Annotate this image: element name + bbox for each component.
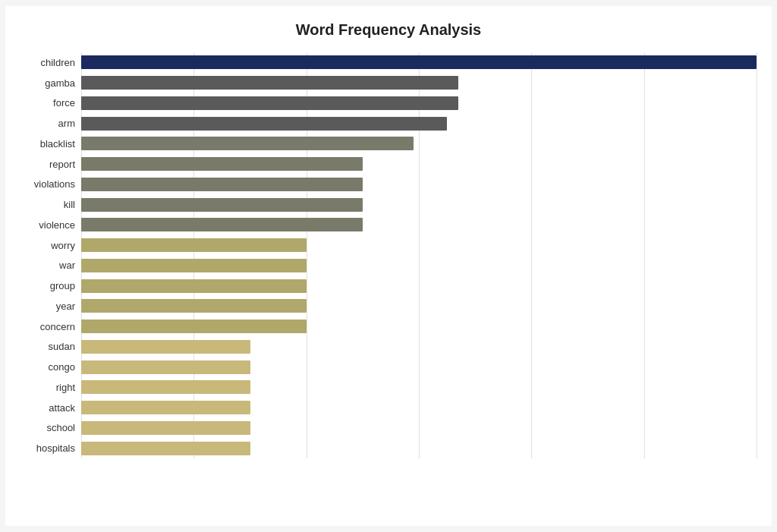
bar <box>81 238 307 252</box>
y-labels: childrengambaforcearmblacklistreportviol… <box>20 52 81 458</box>
bar-row <box>81 278 757 294</box>
bar <box>81 218 363 231</box>
bar-row <box>81 338 757 355</box>
bar <box>81 259 307 272</box>
bar-row <box>81 74 757 91</box>
bar-row <box>81 115 757 132</box>
bars-and-grid <box>81 52 757 458</box>
y-label: attack <box>20 403 75 413</box>
bar <box>81 96 458 110</box>
bar-row <box>81 176 757 193</box>
bar-row <box>81 257 757 274</box>
y-label: group <box>20 281 75 291</box>
bar <box>81 340 250 354</box>
y-label: violations <box>20 179 75 189</box>
bar-row <box>81 135 757 152</box>
bar-row <box>81 237 757 253</box>
y-label: congo <box>20 362 75 372</box>
y-label: right <box>20 382 75 392</box>
y-label: blacklist <box>20 139 75 149</box>
bar <box>81 55 757 69</box>
y-label: force <box>20 98 75 108</box>
y-label: worry <box>20 241 75 250</box>
bar-row <box>81 95 757 112</box>
bar-row <box>81 379 757 395</box>
bar <box>81 401 250 414</box>
bar <box>81 117 447 131</box>
y-label: war <box>20 260 75 270</box>
chart-area: childrengambaforcearmblacklistreportviol… <box>20 52 757 458</box>
bar-row <box>81 297 757 314</box>
bar <box>81 279 307 293</box>
bar-row <box>81 156 757 172</box>
bar <box>81 178 363 191</box>
bar-row <box>81 399 757 416</box>
bar <box>81 76 458 90</box>
y-label: sudan <box>20 342 75 351</box>
bar <box>81 137 414 150</box>
grid-line <box>757 52 757 458</box>
y-label: kill <box>20 200 75 209</box>
bar <box>81 299 307 313</box>
y-label: gamba <box>20 78 75 88</box>
bar <box>81 320 307 333</box>
y-label: school <box>20 423 75 433</box>
bar <box>81 442 250 455</box>
y-label: violence <box>20 220 75 230</box>
bar <box>81 157 363 171</box>
bar <box>81 421 250 435</box>
bar-row <box>81 440 757 457</box>
y-label: report <box>20 159 75 169</box>
bar-row <box>81 54 757 71</box>
y-label: concern <box>20 322 75 332</box>
bar-row <box>81 359 757 376</box>
bar-row <box>81 420 757 436</box>
chart-container: Word Frequency Analysis childrengambafor… <box>5 6 772 526</box>
chart-title: Word Frequency Analysis <box>20 21 757 39</box>
bar <box>81 360 250 374</box>
y-label: children <box>20 58 75 68</box>
bar-row <box>81 197 757 213</box>
bar <box>81 198 363 212</box>
y-label: hospitals <box>20 443 75 453</box>
bar-row <box>81 216 757 233</box>
bars-list <box>81 52 757 458</box>
y-label: year <box>20 301 75 311</box>
y-label: arm <box>20 118 75 128</box>
bar <box>81 380 250 394</box>
bar-row <box>81 318 757 335</box>
